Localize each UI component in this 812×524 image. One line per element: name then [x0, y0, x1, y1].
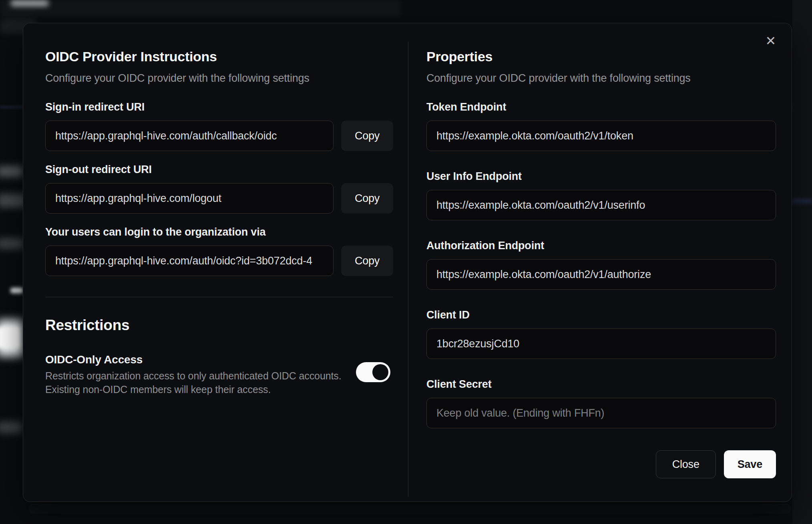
modal-shadow-layer	[28, 504, 791, 514]
properties-subtitle: Configure your OIDC provider with the fo…	[426, 71, 776, 85]
oidc-only-access-description: Restricts organization access to only au…	[45, 369, 342, 396]
background-blur-artifact	[0, 421, 22, 433]
organization-login-url-label: Your users can login to the organization…	[45, 225, 408, 239]
sign-out-redirect-uri-row: Copy	[45, 183, 408, 214]
background-blur-artifact	[10, 288, 23, 293]
oidc-only-access-text: OIDC-Only Access Restricts organization …	[45, 352, 342, 396]
token-endpoint-input[interactable]	[426, 121, 776, 151]
instructions-title: OIDC Provider Instructions	[45, 48, 408, 65]
instructions-panel: OIDC Provider Instructions Configure you…	[23, 23, 408, 502]
sign-in-redirect-uri-label: Sign-in redirect URI	[45, 100, 408, 114]
background-blur-artifact	[792, 199, 812, 204]
client-id-input[interactable]	[426, 329, 776, 359]
user-info-endpoint-input[interactable]	[426, 190, 776, 220]
background-white-blur	[0, 327, 19, 349]
oidc-only-access-toggle[interactable]	[356, 362, 390, 382]
dialog-actions: Close Save	[426, 450, 776, 478]
properties-panel: Properties Configure your OIDC provider …	[408, 23, 792, 502]
authorization-endpoint-input[interactable]	[426, 259, 776, 290]
restrictions-title: Restrictions	[45, 316, 408, 335]
close-button[interactable]: Close	[656, 450, 716, 478]
oidc-only-access-label: OIDC-Only Access	[45, 352, 342, 367]
sign-out-redirect-uri-input[interactable]	[45, 183, 334, 214]
background-right-strip	[792, 0, 812, 524]
instructions-subtitle: Configure your OIDC provider with the fo…	[45, 71, 408, 85]
oidc-only-access-row: OIDC-Only Access Restricts organization …	[45, 352, 393, 396]
properties-title: Properties	[426, 48, 776, 65]
client-secret-input[interactable]	[426, 398, 776, 428]
organization-login-url-input[interactable]	[45, 246, 334, 276]
organization-login-url-row: Copy	[45, 246, 408, 276]
user-info-endpoint-label: User Info Endpoint	[426, 169, 776, 183]
background-blur-text	[10, 0, 49, 6]
authorization-endpoint-label: Authorization Endpoint	[426, 238, 776, 253]
sign-in-redirect-uri-input[interactable]	[45, 121, 334, 151]
copy-sign-out-uri-button[interactable]: Copy	[341, 183, 393, 214]
client-secret-label: Client Secret	[426, 377, 776, 391]
background-blur-artifact	[0, 166, 23, 177]
save-button[interactable]: Save	[724, 450, 776, 478]
copy-sign-in-uri-button[interactable]: Copy	[341, 121, 393, 151]
sign-in-redirect-uri-row: Copy	[45, 121, 408, 151]
copy-login-url-button[interactable]: Copy	[341, 246, 393, 276]
background-blur-band	[0, 0, 400, 17]
background-blur-artifact	[0, 238, 24, 249]
sign-out-redirect-uri-label: Sign-out redirect URI	[45, 162, 408, 177]
background-white-blur	[0, 320, 23, 357]
section-divider	[45, 297, 393, 297]
oidc-provider-dialog: ✕ OIDC Provider Instructions Configure y…	[23, 23, 792, 502]
toggle-knob-icon	[372, 364, 388, 380]
client-id-label: Client ID	[426, 308, 776, 322]
token-endpoint-label: Token Endpoint	[426, 100, 776, 114]
